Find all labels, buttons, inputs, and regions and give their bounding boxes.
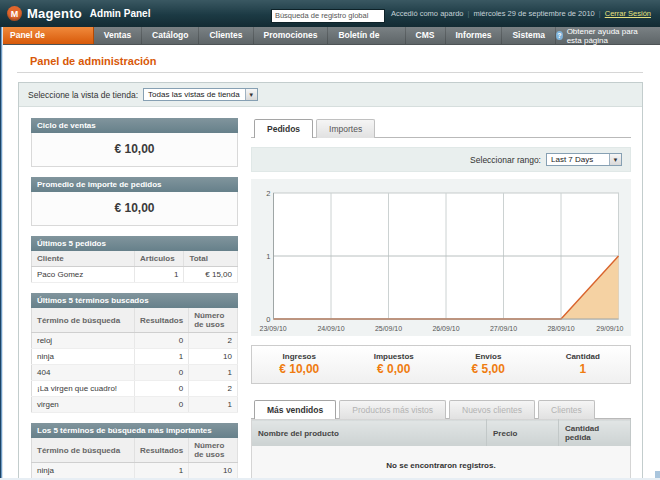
nav-item-reports[interactable]: Informes xyxy=(446,27,503,44)
stat-label: Cantidad xyxy=(536,352,631,361)
cell-uses: 10 xyxy=(189,349,238,365)
cell-results: 0 xyxy=(135,333,189,349)
sales-cycle-value: € 10,00 xyxy=(31,133,238,167)
last-terms-table: Término de búsqueda Resultados Número de… xyxy=(31,308,238,413)
table-row[interactable]: ninja 1 10 xyxy=(32,463,238,479)
store-view-label: Seleccione la vista de tienda: xyxy=(28,90,138,100)
stat-revenue: Ingresos € 10,00 xyxy=(252,352,347,376)
window-frame-corner xyxy=(655,471,660,478)
stat-value: 1 xyxy=(536,362,631,376)
column-header: Término de búsqueda xyxy=(32,438,135,463)
panel-title: Los 5 términos de búsqueda más important… xyxy=(31,423,238,438)
table-row[interactable]: Paco Gomez 1 € 15,00 xyxy=(32,267,238,283)
main-nav: Panel de administración Ventas Catálogo … xyxy=(0,27,660,45)
nav-item-newsletter[interactable]: Boletín de noticias xyxy=(328,27,405,44)
tab-most-viewed[interactable]: Productos más vistos xyxy=(339,400,446,419)
cell-items: 1 xyxy=(135,267,184,283)
cell-total: € 15,00 xyxy=(184,267,238,283)
tab-customers[interactable]: Clientes xyxy=(538,400,595,419)
totals-row: Ingresos € 10,00 Impuestos € 0,00 Envíos… xyxy=(251,345,631,384)
cell-term: virgen xyxy=(32,397,135,413)
chevron-down-icon: ▼ xyxy=(609,154,621,165)
svg-text:0: 0 xyxy=(266,315,270,324)
tab-bestsellers[interactable]: Más vendidos xyxy=(254,400,336,419)
cell-uses: 2 xyxy=(189,333,238,349)
header-user-info: Accedió como apardo | miércoles 29 de se… xyxy=(391,9,653,18)
dashboard-container: Seleccione la vista de tienda: Todas las… xyxy=(18,82,643,480)
brand-subtitle: Admin Panel xyxy=(90,8,151,19)
svg-text:25/09/10: 25/09/10 xyxy=(375,325,402,332)
cell-results: 0 xyxy=(135,381,189,397)
stat-value: € 0,00 xyxy=(347,362,442,376)
sidebar: Ciclo de ventas € 10,00 Promedio de impo… xyxy=(31,118,238,480)
logged-in-text: Accedió como apardo xyxy=(391,9,464,18)
nav-item-system[interactable]: Sistema xyxy=(502,27,556,44)
svg-text:2: 2 xyxy=(266,189,270,198)
nav-item-catalog[interactable]: Catálogo xyxy=(142,27,199,44)
table-row[interactable]: ¡La virgen que cuadro! 0 2 xyxy=(32,381,238,397)
column-header: Cantidad pedida xyxy=(558,420,630,447)
cell-term: reloj xyxy=(32,333,135,349)
table-row[interactable]: 404 0 1 xyxy=(32,365,238,381)
cell-term: ¡La virgen que cuadro! xyxy=(32,381,135,397)
svg-text:23/09/10: 23/09/10 xyxy=(260,325,287,332)
main-area: Pedidos Importes Seleccionar rango: Last… xyxy=(251,118,631,480)
global-search-input[interactable] xyxy=(271,9,385,23)
nav-item-dashboard[interactable]: Panel de administración xyxy=(0,27,94,44)
stat-tax: Impuestos € 0,00 xyxy=(347,352,442,376)
cell-results: 0 xyxy=(135,365,189,381)
logout-link[interactable]: Cerrar Sesión xyxy=(605,9,651,18)
help-link[interactable]: ? Obtener ayuda para esta página xyxy=(556,27,660,44)
chart-area: 01223/09/1024/09/1025/09/1026/09/1027/09… xyxy=(251,179,631,336)
last-orders-table: Cliente Artículos Total Paco Gomez 1 € 1… xyxy=(31,251,238,283)
table-row[interactable]: ninja 1 10 xyxy=(32,349,238,365)
column-header: Cliente xyxy=(32,251,135,267)
range-select[interactable]: Last 7 Days ▼ xyxy=(546,153,622,166)
svg-text:28/09/10: 28/09/10 xyxy=(547,325,574,332)
nav-item-sales[interactable]: Ventas xyxy=(94,27,142,44)
tab-new-customers[interactable]: Nuevos clientes xyxy=(449,400,535,419)
stat-label: Ingresos xyxy=(252,352,347,361)
store-view-select[interactable]: Todas las vistas de tienda ▼ xyxy=(143,88,258,101)
stat-label: Envíos xyxy=(441,352,536,361)
cell-results: 0 xyxy=(135,397,189,413)
global-search xyxy=(271,4,385,23)
store-view-value: Todas las vistas de tienda xyxy=(144,89,245,100)
nav-item-cms[interactable]: CMS xyxy=(406,27,446,44)
stat-shipping: Envíos € 5,00 xyxy=(441,352,536,376)
svg-text:1: 1 xyxy=(266,252,270,261)
title-divider xyxy=(17,72,643,73)
dashboard-content: Ciclo de ventas € 10,00 Promedio de impo… xyxy=(19,107,642,480)
tab-amounts[interactable]: Importes xyxy=(316,119,375,138)
table-row[interactable]: virgen 0 1 xyxy=(32,397,238,413)
svg-text:26/09/10: 26/09/10 xyxy=(432,325,459,332)
column-header: Número de usos xyxy=(189,308,238,333)
products-table: Nombre del producto Precio Cantidad pedi… xyxy=(251,419,631,480)
cell-uses: 10 xyxy=(189,463,238,479)
orders-chart: 01223/09/1024/09/1025/09/1026/09/1027/09… xyxy=(256,185,626,335)
column-header: Total xyxy=(184,251,238,267)
panel-title: Últimos 5 términos buscados xyxy=(31,293,238,308)
tab-orders[interactable]: Pedidos xyxy=(254,119,313,138)
column-header: Término de búsqueda xyxy=(32,308,135,333)
nav-item-customers[interactable]: Clientes xyxy=(199,27,253,44)
stat-value: € 5,00 xyxy=(441,362,536,376)
top-terms-panel: Los 5 términos de búsqueda más important… xyxy=(31,423,238,480)
chevron-down-icon: ▼ xyxy=(245,89,257,100)
column-header: Resultados xyxy=(135,438,189,463)
column-header: Nombre del producto xyxy=(252,420,487,447)
column-header: Número de usos xyxy=(189,438,238,463)
brand-name: Magento xyxy=(27,6,82,21)
nav-item-promotions[interactable]: Promociones xyxy=(254,27,329,44)
cell-uses: 2 xyxy=(189,381,238,397)
table-row[interactable]: reloj 0 2 xyxy=(32,333,238,349)
cell-results: 1 xyxy=(135,349,189,365)
panel-title: Ciclo de ventas xyxy=(31,118,238,133)
page-title: Panel de administración xyxy=(30,55,642,67)
magento-logo-icon: M xyxy=(7,6,22,21)
products-tabs: Más vendidos Productos más vistos Nuevos… xyxy=(251,399,631,419)
help-icon: ? xyxy=(556,31,563,40)
help-label: Obtener ayuda para esta página xyxy=(567,27,651,45)
avg-order-value: € 10,00 xyxy=(31,192,238,226)
range-label: Seleccionar rango: xyxy=(470,155,541,165)
